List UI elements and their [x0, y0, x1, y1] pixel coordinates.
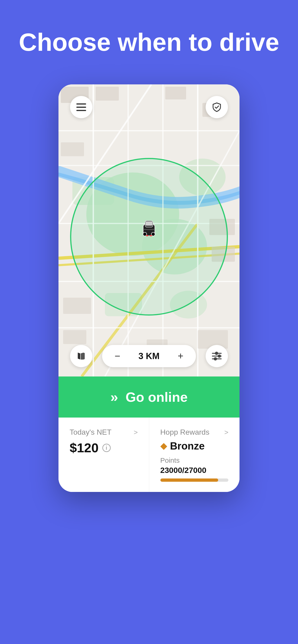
points-value: 23000/27000	[160, 466, 229, 475]
bronze-diamond-icon: ◆	[160, 441, 167, 451]
menu-button[interactable]	[70, 96, 92, 118]
svg-rect-37	[146, 235, 148, 236]
car-icon	[141, 218, 157, 242]
hamburger-icon	[76, 104, 86, 111]
map-view-button[interactable]	[70, 345, 92, 367]
sliders-icon	[212, 353, 222, 359]
svg-rect-25	[61, 142, 84, 156]
safety-button[interactable]	[206, 96, 228, 118]
phone-mockup: − 3 KM + » Go online Today's NET >	[59, 84, 239, 492]
go-online-arrows-icon: »	[111, 389, 116, 405]
rewards-tier: ◆ Bronze	[160, 440, 229, 452]
shield-icon	[212, 102, 222, 112]
km-decrease-button[interactable]: −	[111, 350, 123, 362]
points-progress-fill	[160, 478, 218, 482]
km-display: 3 KM	[133, 351, 165, 361]
go-online-label: Go online	[126, 389, 187, 405]
svg-rect-34	[146, 222, 152, 226]
go-online-button[interactable]: » Go online	[59, 376, 239, 418]
points-label: Points	[160, 456, 229, 464]
svg-rect-22	[96, 87, 119, 100]
map-area: − 3 KM +	[59, 84, 239, 376]
km-increase-button[interactable]: +	[175, 350, 187, 362]
km-control: − 3 KM +	[102, 345, 196, 367]
map-book-icon	[76, 351, 87, 362]
tier-label: Bronze	[170, 440, 205, 452]
svg-rect-39	[143, 229, 155, 230]
stats-row: Today's NET > $120 i Hopp Rewards > ◆ Br…	[59, 418, 239, 492]
hero-title: Choose when to drive	[0, 0, 298, 75]
rewards-chevron: >	[224, 428, 228, 436]
rewards-card[interactable]: Hopp Rewards > ◆ Bronze Points 23000/270…	[149, 418, 240, 492]
svg-rect-29	[63, 330, 86, 344]
info-icon[interactable]: i	[102, 444, 111, 452]
map-bottom-controls: − 3 KM +	[59, 345, 239, 367]
todays-net-card[interactable]: Today's NET > $120 i	[59, 418, 149, 492]
rewards-label-row: Hopp Rewards >	[160, 428, 229, 436]
net-value: $120 i	[70, 440, 138, 455]
net-amount: $120	[70, 440, 99, 455]
net-label: Today's NET	[70, 428, 111, 436]
net-chevron: >	[134, 428, 138, 436]
svg-rect-28	[63, 298, 91, 314]
net-label-row: Today's NET >	[70, 428, 138, 436]
rewards-label: Hopp Rewards	[160, 428, 210, 436]
svg-rect-23	[165, 87, 186, 100]
svg-rect-38	[150, 235, 152, 236]
filter-button[interactable]	[206, 345, 228, 367]
points-progress-bar	[160, 478, 229, 482]
